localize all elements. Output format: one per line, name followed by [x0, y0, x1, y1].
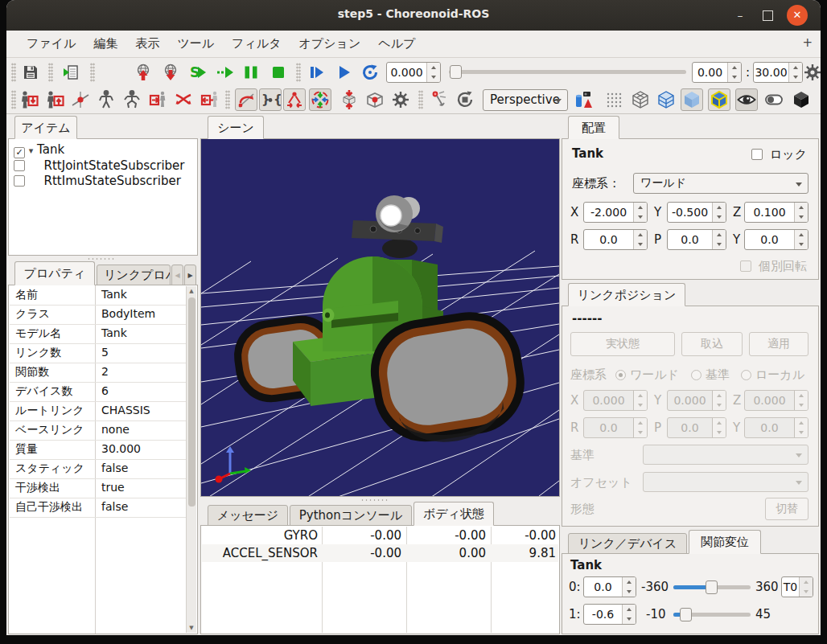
- tree-item-tank[interactable]: ✓ ▾ Tank: [14, 142, 64, 158]
- collision-highlight-button[interactable]: [364, 88, 386, 111]
- wireframe-rendering-button[interactable]: [629, 88, 652, 111]
- toolbar-handle[interactable]: [11, 63, 16, 82]
- symmetry-copy-button[interactable]: [146, 88, 169, 111]
- inverse-kinematics-button[interactable]: [283, 88, 306, 111]
- tab-link-position[interactable]: リンクポジション: [568, 283, 685, 306]
- tab-scene[interactable]: シーン: [208, 116, 264, 139]
- time-spin-buttons[interactable]: [426, 63, 440, 82]
- scroll-down-arrow[interactable]: ▼: [187, 623, 196, 633]
- toolbar-handle[interactable]: [296, 63, 301, 82]
- joint0-handle[interactable]: [706, 580, 718, 594]
- apply-button[interactable]: 適用: [749, 332, 808, 356]
- property-value[interactable]: 5: [101, 346, 109, 359]
- maximize-button[interactable]: [758, 6, 777, 24]
- individual-rotation-checkbox[interactable]: [740, 260, 751, 272]
- scene-view[interactable]: [200, 138, 560, 497]
- world-restore-button[interactable]: [159, 61, 182, 84]
- playback-play-button[interactable]: [333, 61, 356, 84]
- actual-state-button[interactable]: 実状態: [570, 332, 675, 356]
- vertical-scrollbar[interactable]: ▲ ▼: [186, 286, 196, 633]
- x-spin-buttons[interactable]: [633, 203, 647, 222]
- tab-link-device[interactable]: リンク／デバイス: [568, 533, 687, 554]
- yaw-spinbox[interactable]: 0.0: [744, 229, 808, 250]
- p-spinbox[interactable]: 0.0: [667, 229, 726, 250]
- property-value[interactable]: false: [101, 461, 128, 474]
- simulation-resume-button[interactable]: [214, 61, 237, 84]
- view-rotation-button[interactable]: [454, 88, 476, 111]
- kinematics-settings-button[interactable]: [389, 88, 412, 111]
- fetch-button[interactable]: 取込: [681, 332, 743, 356]
- splitter-handle[interactable]: [87, 257, 114, 260]
- visibility-eye-button[interactable]: [735, 88, 758, 111]
- menu-edit[interactable]: 編集: [84, 33, 126, 55]
- scroll-up-arrow[interactable]: ▲: [187, 286, 196, 296]
- shadow-cube-button[interactable]: [790, 88, 813, 111]
- tank-checkbox[interactable]: ✓: [14, 147, 25, 158]
- expander-icon[interactable]: ▾: [29, 146, 34, 156]
- time-slider[interactable]: [449, 63, 686, 80]
- joint1-spinbox[interactable]: -0.6: [583, 604, 636, 625]
- yaw-spin-buttons[interactable]: [794, 230, 808, 249]
- switch-toggle-button[interactable]: [763, 88, 785, 111]
- menu-overflow[interactable]: +: [802, 35, 813, 50]
- radio-local[interactable]: [741, 370, 751, 380]
- tab-scroll-left-button[interactable]: ◀: [171, 265, 183, 285]
- property-value[interactable]: CHASSIS: [101, 404, 150, 416]
- vertex-rendering-button[interactable]: [603, 88, 626, 111]
- menu-view[interactable]: 表示: [126, 33, 168, 55]
- edit-mode-pointer-button[interactable]: [428, 88, 451, 111]
- save-button[interactable]: [19, 61, 42, 84]
- property-value[interactable]: true: [101, 481, 125, 494]
- origin-marker-button[interactable]: [69, 88, 92, 111]
- tab-property[interactable]: プロパティ: [14, 261, 95, 285]
- joint0-extra-spinbox[interactable]: T0: [781, 576, 813, 597]
- sensor-row-accel[interactable]: ACCEL_SENSOR -0.00 0.00 9.81: [202, 544, 558, 562]
- joint0-slider[interactable]: [673, 578, 751, 596]
- property-value[interactable]: none: [101, 423, 130, 436]
- range-end-spin-buttons[interactable]: [788, 63, 802, 82]
- range-end-spinbox[interactable]: 30.00: [753, 62, 803, 83]
- tree-item-label[interactable]: RttImuStateSubscriber: [44, 174, 181, 188]
- y-spinbox[interactable]: -0.500: [667, 202, 726, 223]
- lock-option[interactable]: ロック: [751, 146, 807, 162]
- range-start-spin-buttons[interactable]: [727, 63, 741, 82]
- menu-filter[interactable]: フィルタ: [223, 33, 290, 55]
- imu-subscriber-checkbox[interactable]: [14, 175, 25, 187]
- store-body-state-button[interactable]: [18, 88, 40, 111]
- lock-checkbox[interactable]: [751, 149, 763, 160]
- tab-scroll-right-button[interactable]: ▶: [184, 265, 196, 285]
- joint1-handle[interactable]: [680, 608, 692, 621]
- property-value[interactable]: false: [101, 500, 128, 513]
- tree-item-imu-subscriber[interactable]: RttImuStateSubscriber: [14, 174, 181, 190]
- toolbar-handle[interactable]: [48, 63, 53, 82]
- tab-link-property[interactable]: リンクプロパ: [97, 265, 171, 285]
- menu-tools[interactable]: ツール: [168, 33, 223, 55]
- joint0-spin-buttons[interactable]: [622, 577, 636, 597]
- radio-base[interactable]: [691, 370, 702, 380]
- form-switch-button[interactable]: 切替: [765, 498, 808, 520]
- property-value[interactable]: 30.000: [101, 442, 141, 455]
- scrollbar-thumb[interactable]: [188, 297, 195, 507]
- body-state-table[interactable]: GYRO -0.00 -0.00 -0.00 ACCEL_SENSOR -0.0…: [200, 525, 560, 634]
- z-spinbox[interactable]: 0.100: [744, 202, 808, 223]
- projection-select[interactable]: Perspective: [483, 89, 568, 111]
- tab-placement[interactable]: 配置: [568, 116, 619, 139]
- radio-world[interactable]: [615, 370, 626, 380]
- simulation-start-button[interactable]: S: [187, 61, 209, 84]
- p-spin-buttons[interactable]: [712, 230, 726, 249]
- joint1-spin-buttons[interactable]: [622, 605, 636, 624]
- toolbar-handle[interactable]: [11, 90, 16, 109]
- property-value[interactable]: 6: [101, 384, 109, 397]
- joint-subscriber-checkbox[interactable]: [14, 160, 25, 171]
- tree-item-joint-subscriber[interactable]: RttJointStateSubscriber: [14, 158, 184, 174]
- simulation-pause-button[interactable]: [240, 61, 262, 84]
- menu-options[interactable]: オプション: [290, 33, 370, 55]
- preset-kinematics-button[interactable]: }{: [259, 88, 282, 111]
- property-value[interactable]: Tank: [101, 326, 127, 339]
- menu-help[interactable]: ヘルプ: [369, 33, 424, 55]
- solid-wireframe-rendering-button[interactable]: [655, 88, 677, 111]
- minimize-button[interactable]: –: [730, 6, 750, 24]
- camera-light-button[interactable]: [573, 88, 595, 111]
- toolbar-handle[interactable]: [225, 90, 230, 109]
- auto-kinematics-button[interactable]: [235, 88, 257, 111]
